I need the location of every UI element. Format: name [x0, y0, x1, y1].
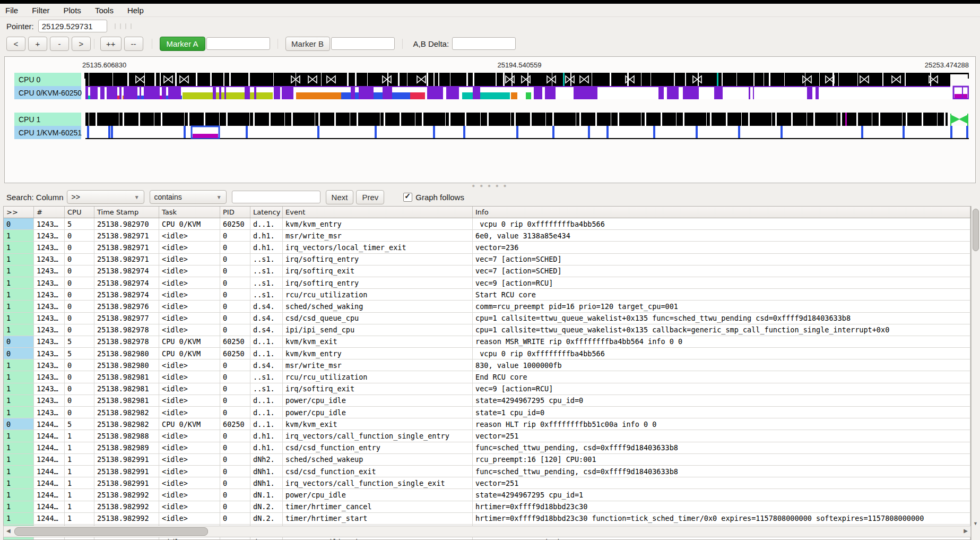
table-row[interactable]: 11243…025138.982980<idle>0d.s4.msr/write…	[4, 359, 970, 371]
horizontal-scrollbar[interactable]: ◀ ▶	[3, 526, 971, 537]
column-header-pid[interactable]: PID	[220, 207, 250, 218]
table-row[interactable]: 11243…025138.982971<idle>0d.h1.msr/write…	[4, 230, 970, 242]
marker-a-button[interactable]: Marker A	[160, 37, 205, 51]
cell-info: vec=7 [action=SCHED]	[473, 265, 970, 277]
table-row[interactable]: 11243…025138.982971<idle>0d.h1.irq_vecto…	[4, 242, 970, 253]
zoom-out-button[interactable]: -	[50, 37, 69, 51]
menu-filter[interactable]: Filter	[32, 6, 49, 15]
cell-event: power/cpu_idle	[283, 395, 473, 406]
table-row[interactable]: 11244…125138.982989<idle>0d.h1.csd/csd_f…	[4, 442, 970, 454]
cell-pid: 0	[220, 371, 250, 382]
search-next-button[interactable]: Next	[326, 190, 354, 204]
column-header--[interactable]: >>	[4, 207, 34, 218]
column-header-time-stamp[interactable]: Time Stamp	[94, 207, 159, 218]
table-row[interactable]: 11243…025138.982971<idle>0..s1.irq/softi…	[4, 254, 970, 265]
cell-ts: 25138.982980	[94, 359, 159, 371]
table-row[interactable]: 11244…125138.982992<idle>0dN.1.power/cpu…	[4, 489, 970, 501]
horizontal-scrollbar-thumb[interactable]	[14, 527, 208, 536]
table-row[interactable]: 11244…125138.982992<idle>0dN.2.timer/hrt…	[4, 513, 970, 525]
pointer-row: Pointer:	[0, 18, 980, 34]
cell-task: <idle>	[159, 395, 220, 406]
cell-num: 1243…	[34, 277, 65, 288]
cpu0-task-label: CPU 0/KVM-60250	[14, 86, 81, 99]
table-row[interactable]: 11243…025138.982974<idle>0..s1.rcu/rcu_u…	[4, 289, 970, 301]
cell-num: 1243…	[34, 242, 65, 253]
scroll-left-button[interactable]: <	[6, 37, 25, 51]
table-row[interactable]: 01243…525138.982970CPU 0/KVM60250d..1.kv…	[4, 218, 970, 230]
table-row[interactable]: 11244…125138.982991<idle>0dNh1.csd/csd_f…	[4, 466, 970, 477]
cell-cpu: 5	[65, 418, 94, 430]
separator	[152, 39, 152, 49]
separator	[277, 39, 278, 49]
cell-vis: 0	[4, 336, 34, 347]
vertical-scrollbar[interactable]: ▼	[971, 206, 980, 540]
table-row[interactable]: 11244…125138.982991<idle>0dNh1.irq_vecto…	[4, 477, 970, 489]
panel-splitter[interactable]: ● ● ● ● ●	[0, 184, 980, 188]
table-row[interactable]: 11244…125138.982992<idle>0dN.2.timer/hrt…	[4, 501, 970, 513]
vertical-scrollbar-thumb[interactable]	[973, 209, 979, 251]
table-row[interactable]: 01243…525138.982980CPU 0/KVM60250d..1.kv…	[4, 348, 970, 359]
table-row[interactable]: 01244…525138.982982CPU 0/KVM60250d..1.kv…	[4, 418, 970, 430]
scroll-left-arrow-icon[interactable]: ◀	[6, 528, 11, 534]
cpu1-trace-band[interactable]	[85, 113, 969, 139]
zoom-in-button[interactable]: +	[28, 37, 47, 51]
cell-pid: 0	[220, 301, 250, 312]
cell-cpu: 1	[65, 513, 94, 524]
menu-help[interactable]: Help	[127, 6, 144, 15]
cell-pid: 0	[220, 407, 250, 418]
table-row[interactable]: 11244…125138.982988<idle>0d.h1.irq_vecto…	[4, 430, 970, 442]
table-row[interactable]: 11243…025138.982974<idle>0..s1.irq/softi…	[4, 277, 970, 289]
cell-cpu: 0	[65, 254, 94, 265]
cell-lat: d.h1.	[250, 430, 283, 441]
table-row[interactable]: 11243…025138.982976<idle>0d.s4.sched/sch…	[4, 301, 970, 312]
cell-pid: 0	[220, 454, 250, 465]
table-row[interactable]: 11243…025138.982981<idle>0d..1.power/cpu…	[4, 395, 970, 407]
marker-b-button[interactable]: Marker B	[285, 37, 330, 51]
column-header-event[interactable]: Event	[283, 207, 473, 218]
marker-b-input[interactable]	[331, 37, 395, 50]
search-match-select[interactable]: contains ▼	[150, 190, 227, 204]
cell-vis: 1	[4, 383, 34, 395]
table-row[interactable]: 11243…025138.982977<idle>0d.s4.csd/csd_q…	[4, 313, 970, 324]
menu-plots[interactable]: Plots	[64, 6, 81, 15]
zoom-out-fast-button[interactable]: --	[124, 37, 143, 51]
cell-info: cpu=1 callsite=ttwu_queue_wakelist+0x135…	[473, 324, 970, 336]
table-row[interactable]: 11243…025138.982978<idle>0d.s4.ipi/ipi_s…	[4, 324, 970, 336]
cell-num: 1243…	[34, 348, 65, 359]
cpu0-trace-band[interactable]	[85, 73, 969, 99]
cell-info: vector=251	[473, 430, 970, 441]
menu-tools[interactable]: Tools	[95, 6, 114, 15]
marker-a-input[interactable]	[206, 37, 270, 50]
cell-event: sched/sched_wakeup	[283, 454, 473, 465]
column-header-latency[interactable]: Latency	[250, 207, 283, 218]
cell-event: irq_vectors/local_timer_exit	[283, 242, 473, 253]
scroll-right-button[interactable]: >	[72, 37, 91, 51]
pointer-input[interactable]	[38, 20, 107, 32]
cell-event: csd/csd_function_exit	[283, 466, 473, 477]
cell-info: vec=9 [action=RCU]	[473, 383, 970, 395]
table-row[interactable]: 01243…525138.982978CPU 0/KVM60250d..1.kv…	[4, 336, 970, 348]
column-header-info[interactable]: Info	[473, 207, 970, 218]
table-row[interactable]: 11243…025138.982982<idle>0d..1.power/cpu…	[4, 407, 970, 418]
search-prev-button[interactable]: Prev	[356, 190, 384, 204]
table-row[interactable]: 11243…025138.982981<idle>0..s1.irq/softi…	[4, 383, 970, 395]
ab-delta-input[interactable]	[452, 37, 516, 50]
zoom-in-fast-button[interactable]: ++	[100, 37, 122, 51]
cell-info: 830, value 1000000fb	[473, 359, 970, 371]
scroll-right-arrow-icon[interactable]: ▶	[964, 528, 968, 534]
search-column-value: >>	[72, 193, 80, 201]
cell-ts: 25138.982982	[94, 407, 159, 418]
menu-file[interactable]: File	[5, 6, 18, 15]
cell-event: timer/hrtimer_cancel	[283, 501, 473, 512]
column-header-task[interactable]: Task	[159, 207, 220, 218]
graph-follows-checkbox[interactable]: ✓	[403, 193, 412, 202]
table-row[interactable]: 11244…125138.982991<idle>0dNh2.sched/sch…	[4, 454, 970, 466]
table-row[interactable]: 11243…025138.982981<idle>0..s1.rcu/rcu_u…	[4, 371, 970, 383]
search-input[interactable]	[232, 191, 320, 203]
column-header-cpu[interactable]: CPU	[65, 207, 94, 218]
search-column-select[interactable]: >> ▼	[67, 190, 144, 204]
cell-pid: 0	[220, 277, 250, 288]
table-row[interactable]: 11243…025138.982974<idle>0..s1.irq/softi…	[4, 265, 970, 277]
column-header--[interactable]: #	[34, 207, 65, 218]
scroll-down-arrow-icon[interactable]: ▼	[973, 521, 978, 526]
